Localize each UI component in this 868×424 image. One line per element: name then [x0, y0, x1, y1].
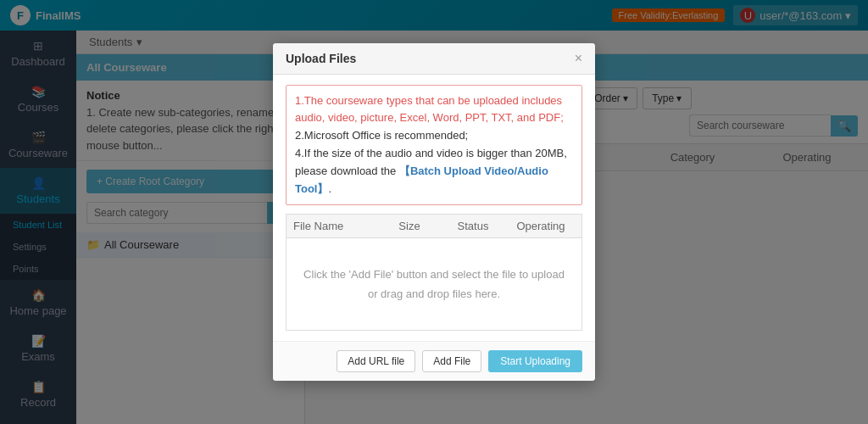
- start-uploading-button[interactable]: Start Uploading: [488, 350, 582, 372]
- notice-line2: 2.Microsoft Office is recommended;: [295, 129, 468, 142]
- notice-line1: 1.The courseware types that can be uploa…: [295, 94, 564, 125]
- batch-upload-link[interactable]: 【Batch Upload Video/Audio Tool】: [295, 165, 548, 195]
- modal-footer: Add URL file Add File Start Uploading: [273, 341, 595, 381]
- file-col-name: File Name: [293, 220, 380, 232]
- upload-notice-box: 1.The courseware types that can be uploa…: [286, 85, 582, 206]
- file-col-status: Status: [439, 220, 507, 232]
- modal-close-button[interactable]: ×: [575, 52, 582, 65]
- file-table-header: File Name Size Status Operating: [286, 214, 582, 237]
- modal-body: 1.The courseware types that can be uploa…: [273, 75, 595, 342]
- upload-modal: Upload Files × 1.The courseware types th…: [273, 43, 595, 382]
- modal-header: Upload Files ×: [273, 43, 595, 75]
- overlay: Upload Files × 1.The courseware types th…: [0, 0, 868, 424]
- drop-hint-line2: or drag and drop files here.: [303, 284, 565, 304]
- notice-line3: 4.If the size of the audio and video is …: [295, 147, 567, 195]
- file-col-size: Size: [380, 220, 439, 232]
- drop-hint-line1: Click the 'Add File' button and select t…: [303, 265, 565, 284]
- modal-title: Upload Files: [286, 52, 356, 65]
- file-col-operating: Operating: [507, 220, 575, 232]
- add-file-button[interactable]: Add File: [422, 350, 481, 372]
- file-drop-zone[interactable]: Click the 'Add File' button and select t…: [286, 237, 582, 331]
- add-url-file-button[interactable]: Add URL file: [337, 350, 415, 372]
